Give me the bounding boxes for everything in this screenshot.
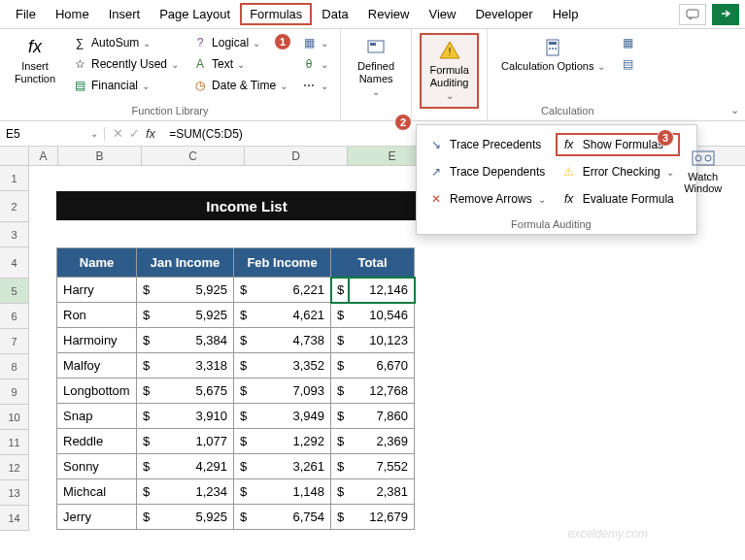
- cell-currency[interactable]: $: [137, 303, 154, 328]
- col-header[interactable]: D: [245, 147, 348, 165]
- math-button[interactable]: θ⌄: [297, 54, 332, 74]
- cell-currency[interactable]: $: [137, 505, 154, 530]
- autosum-button[interactable]: ∑AutoSum ⌄: [68, 33, 183, 52]
- col-header[interactable]: C: [142, 147, 245, 165]
- error-checking-item[interactable]: ⚠Error Checking ⌄: [556, 160, 680, 183]
- trace-dependents-item[interactable]: ↗Trace Dependents: [423, 160, 552, 183]
- cell-name[interactable]: Longbottom: [57, 379, 137, 404]
- cell-currency[interactable]: $: [331, 505, 349, 530]
- cell-jan[interactable]: 5,925: [154, 278, 234, 303]
- select-all-corner[interactable]: [0, 147, 29, 165]
- cell-currency[interactable]: $: [331, 353, 349, 379]
- cell-name[interactable]: Malfoy: [57, 353, 137, 379]
- row-header[interactable]: 9: [0, 379, 29, 405]
- cell-total[interactable]: 10,123: [349, 328, 415, 353]
- col-header[interactable]: B: [58, 147, 142, 165]
- cell-name[interactable]: Sonny: [57, 454, 137, 479]
- cell-feb[interactable]: 6,754: [252, 505, 331, 530]
- cell-currency[interactable]: $: [331, 404, 349, 429]
- defined-names-button[interactable]: Defined Names ⌄: [349, 33, 403, 103]
- tab-review[interactable]: Review: [358, 3, 420, 25]
- cell-name[interactable]: Ron: [57, 303, 137, 328]
- cell-total[interactable]: 7,860: [349, 404, 415, 429]
- text-button[interactable]: AText ⌄: [188, 54, 291, 74]
- tab-data[interactable]: Data: [312, 3, 357, 25]
- cell-total[interactable]: 7,552: [349, 454, 415, 479]
- cell-currency[interactable]: $: [331, 429, 349, 454]
- cell-currency[interactable]: $: [234, 479, 252, 505]
- cell-total[interactable]: 12,768: [349, 379, 415, 404]
- cell-feb[interactable]: 3,261: [252, 454, 331, 479]
- cancel-icon[interactable]: ✕: [113, 126, 123, 141]
- lookup-button[interactable]: ▦⌄: [297, 33, 332, 52]
- cell-total[interactable]: 2,381: [349, 479, 415, 505]
- cell-currency[interactable]: $: [234, 404, 252, 429]
- cell-currency[interactable]: $: [137, 379, 154, 404]
- cell-name[interactable]: Reddle: [57, 429, 137, 454]
- cell-currency[interactable]: $: [137, 429, 154, 454]
- cell-feb[interactable]: 1,292: [252, 429, 331, 454]
- tab-help[interactable]: Help: [543, 3, 589, 25]
- trace-precedents-item[interactable]: ↘Trace Precedents: [423, 133, 552, 156]
- recently-used-button[interactable]: ☆Recently Used ⌄: [68, 54, 183, 74]
- row-header[interactable]: 4: [0, 247, 29, 279]
- cell-currency[interactable]: $: [234, 353, 252, 379]
- cell-currency[interactable]: $: [137, 278, 154, 303]
- tab-view[interactable]: View: [419, 3, 465, 25]
- cell-feb[interactable]: 4,738: [252, 328, 331, 353]
- cell-total[interactable]: 6,670: [349, 353, 415, 379]
- cell-feb[interactable]: 4,621: [252, 303, 331, 328]
- row-header[interactable]: 7: [0, 329, 29, 354]
- evaluate-formula-item[interactable]: fxEvaluate Formula: [556, 187, 680, 211]
- cell-feb[interactable]: 3,352: [252, 353, 331, 379]
- tab-page-layout[interactable]: Page Layout: [150, 3, 240, 25]
- row-header[interactable]: 13: [0, 480, 29, 506]
- tab-developer[interactable]: Developer: [465, 3, 542, 25]
- row-header[interactable]: 2: [0, 191, 29, 222]
- tab-formulas[interactable]: Formulas: [240, 3, 312, 25]
- cell-currency[interactable]: $: [331, 278, 349, 303]
- cell-currency[interactable]: $: [137, 353, 154, 379]
- tab-insert[interactable]: Insert: [99, 3, 151, 25]
- date-time-button[interactable]: ◷Date & Time ⌄: [188, 76, 291, 95]
- insert-function-button[interactable]: fx Insert Function: [8, 33, 62, 89]
- cell-currency[interactable]: $: [234, 303, 252, 328]
- cell-currency[interactable]: $: [234, 505, 252, 530]
- cell-currency[interactable]: $: [234, 429, 252, 454]
- row-header[interactable]: 12: [0, 455, 29, 480]
- cell-currency[interactable]: $: [137, 454, 154, 479]
- cell-name[interactable]: Harry: [57, 278, 137, 303]
- row-header[interactable]: 5: [0, 279, 29, 304]
- cell-jan[interactable]: 5,925: [154, 505, 234, 530]
- enter-icon[interactable]: ✓: [129, 126, 140, 141]
- cell-jan[interactable]: 1,234: [154, 479, 234, 505]
- cell-name[interactable]: Harmoiny: [57, 328, 137, 353]
- cell-currency[interactable]: $: [331, 328, 349, 353]
- cell-currency[interactable]: $: [331, 479, 349, 505]
- cell-total[interactable]: 12,146: [349, 278, 415, 303]
- more-button[interactable]: ⋯⌄: [297, 76, 332, 95]
- cell-jan[interactable]: 3,910: [154, 404, 234, 429]
- cell-currency[interactable]: $: [331, 379, 349, 404]
- cell-currency[interactable]: $: [331, 454, 349, 479]
- cell-name[interactable]: Jerry: [57, 505, 137, 530]
- cell-jan[interactable]: 5,925: [154, 303, 234, 328]
- watch-window-button[interactable]: Watch Window: [684, 133, 723, 211]
- comments-button[interactable]: [679, 4, 706, 25]
- cell-jan[interactable]: 5,384: [154, 328, 234, 353]
- calculation-options-button[interactable]: Calculation Options ⌄: [495, 33, 610, 77]
- col-header[interactable]: A: [29, 147, 58, 165]
- cell-feb[interactable]: 1,148: [252, 479, 331, 505]
- cell-feb[interactable]: 6,221: [252, 278, 331, 303]
- cell-jan[interactable]: 3,318: [154, 353, 234, 379]
- cell-total[interactable]: 10,546: [349, 303, 415, 328]
- cell-jan[interactable]: 4,291: [154, 454, 234, 479]
- tab-file[interactable]: File: [6, 3, 46, 25]
- tab-home[interactable]: Home: [46, 3, 99, 25]
- ribbon-collapse-icon[interactable]: ⌄: [730, 104, 739, 116]
- formula-auditing-button[interactable]: ! Formula Auditing ⌄: [420, 33, 479, 109]
- financial-button[interactable]: ▤Financial ⌄: [68, 76, 183, 95]
- cell-currency[interactable]: $: [137, 328, 154, 353]
- remove-arrows-item[interactable]: ✕Remove Arrows ⌄: [423, 187, 552, 211]
- cell-currency[interactable]: $: [137, 404, 154, 429]
